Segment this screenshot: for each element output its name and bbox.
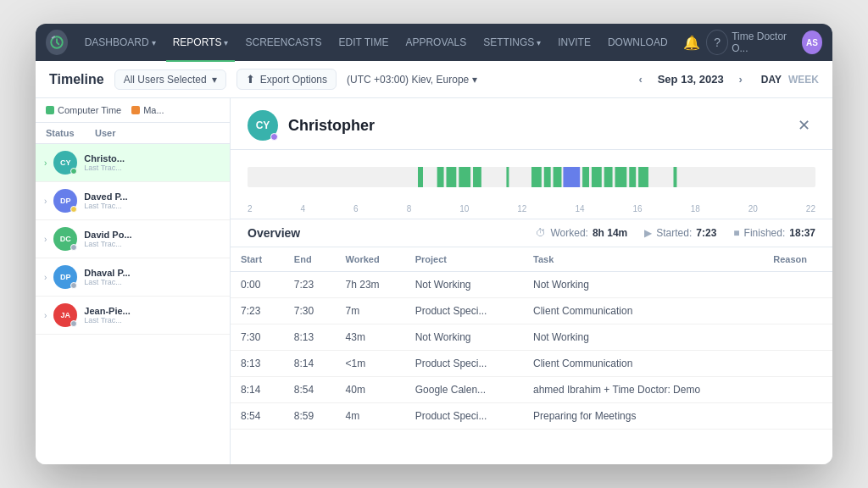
user-info: Dhaval P... Last Trac... (84, 268, 221, 286)
col-worked: Worked (336, 247, 405, 272)
timezone-selector[interactable]: (UTC +03:00) Kiev, Europe ▾ (347, 74, 477, 86)
user-last-tracked: Last Trac... (84, 316, 221, 324)
help-icon[interactable]: ? (706, 30, 728, 55)
nav-dashboard[interactable]: DASHBOARD ▾ (78, 33, 163, 52)
user-name: Christo... (84, 153, 221, 164)
col-reason: Reason (763, 247, 832, 272)
time-entries-table: Start End Worked Project Task Reason 0:0… (231, 247, 832, 464)
avatar: JA (53, 303, 77, 327)
started-stat: ▶ Started: 7:23 (644, 227, 716, 239)
modal-header: CY Christopher ✕ (231, 98, 832, 150)
col-end: End (284, 247, 336, 272)
nav-approvals[interactable]: APPROVALS (398, 33, 473, 52)
user-row[interactable]: › DP Dhaval P... Last Trac... (36, 258, 230, 297)
users-selected-label: All Users Selected (124, 74, 207, 86)
chevron-down-icon: ▾ (152, 38, 156, 47)
chevron-down-icon: ▾ (537, 38, 541, 47)
svg-rect-17 (629, 167, 636, 187)
app-window: DASHBOARD ▾ REPORTS ▾ SCREENCASTS EDIT T… (36, 24, 832, 464)
finished-value: 18:37 (789, 227, 815, 239)
nav-download[interactable]: DOWNLOAD (601, 33, 675, 52)
svg-rect-14 (592, 167, 602, 187)
user-row[interactable]: › JA Jean-Pie... Last Trac... (36, 297, 230, 335)
svg-rect-16 (615, 167, 627, 187)
nav-invite[interactable]: INVITE (551, 33, 598, 52)
export-button[interactable]: ⬆ Export Options (236, 69, 337, 90)
nav-screencasts[interactable]: SCREENCASTS (238, 33, 328, 52)
next-date-button[interactable]: › (731, 69, 751, 90)
user-info: David Po... Last Trac... (84, 230, 221, 248)
col-status: Status (46, 128, 88, 138)
avatar: DP (53, 265, 77, 289)
timezone-label: (UTC +03:00) Kiev, Europe (347, 74, 469, 86)
user-info: Jean-Pie... Last Trac... (84, 306, 221, 324)
legend-dot-orange (131, 106, 140, 114)
avatar: DC (53, 227, 77, 251)
col-start: Start (231, 247, 284, 272)
nav-edit-time[interactable]: EDIT TIME (332, 33, 396, 52)
overview-row: Overview ⏱ Worked: 8h 14m ▶ Started: 7:2… (231, 219, 832, 247)
current-date: Sep 13, 2023 (658, 73, 724, 86)
table-row: 8:548:594mProduct Speci...Preparing for … (231, 403, 832, 430)
svg-rect-11 (554, 167, 562, 187)
status-badge (70, 168, 77, 175)
status-badge (70, 320, 77, 327)
chart-axis: 2 4 6 8 10 12 14 16 18 20 22 (248, 204, 815, 214)
user-last-tracked: Last Trac... (84, 164, 221, 172)
timeline-toolbar: Timeline All Users Selected ▾ ⬆ Export O… (36, 61, 832, 98)
legend-row: Computer Time Ma... (36, 98, 230, 123)
timeline-chart: 2 4 6 8 10 12 14 16 18 20 22 (231, 150, 832, 219)
main-content: Computer Time Ma... Status User › CY (36, 98, 832, 464)
close-icon[interactable]: ✕ (792, 114, 815, 137)
user-info: Christo... Last Trac... (84, 153, 221, 172)
modal-user-name: Christopher (288, 117, 782, 135)
sidebar-table: Computer Time Ma... Status User › CY (36, 98, 231, 464)
avatar[interactable]: AS (802, 30, 822, 54)
user-row[interactable]: › DP Daved P... Last Trac... (36, 182, 230, 220)
nav-settings[interactable]: SETTINGS ▾ (476, 33, 548, 52)
overview-label: Overview (248, 226, 519, 240)
timeline-svg (248, 158, 815, 201)
chevron-down-icon: ▾ (472, 74, 477, 86)
table-row: 0:007:237h 23mNot WorkingNot Working (231, 272, 832, 298)
user-last-tracked: Last Trac... (84, 278, 221, 286)
avatar-badge (270, 133, 278, 141)
status-badge (70, 244, 77, 251)
prev-date-button[interactable]: ‹ (631, 69, 651, 90)
chevron-right-icon: › (44, 235, 47, 244)
worked-stat: ⏱ Worked: 8h 14m (536, 227, 627, 239)
users-selector[interactable]: All Users Selected ▾ (114, 69, 226, 90)
chevron-right-icon: › (44, 311, 47, 320)
table-row: 7:308:1343mNot WorkingNot Working (231, 324, 832, 351)
user-row[interactable]: › CY Christo... Last Trac... (36, 144, 230, 182)
status-badge (70, 282, 77, 289)
play-icon: ▶ (644, 227, 652, 239)
legend-dot-green (46, 106, 54, 114)
user-name: David Po... (84, 230, 221, 240)
chevron-right-icon: › (44, 158, 47, 168)
chevron-down-icon: ▾ (212, 74, 217, 86)
week-button[interactable]: WEEK (788, 74, 819, 86)
avatar: DP (53, 189, 77, 213)
svg-rect-15 (604, 167, 613, 187)
nav-reports[interactable]: REPORTS ▾ (166, 33, 236, 52)
table-header: Status User (36, 123, 230, 144)
table-row: 8:148:5440mGoogle Calen...ahmed Ibrahim … (231, 377, 832, 403)
svg-rect-5 (447, 167, 457, 187)
notification-icon[interactable]: 🔔 (682, 30, 704, 55)
svg-rect-8 (506, 167, 509, 187)
svg-rect-13 (582, 167, 589, 187)
table-row: 7:237:307mProduct Speci...Client Communi… (231, 298, 832, 324)
svg-rect-18 (638, 167, 648, 187)
user-row[interactable]: › DC David Po... Last Trac... (36, 220, 230, 258)
user-last-tracked: Last Trac... (84, 240, 221, 248)
day-button[interactable]: DAY (761, 74, 782, 86)
col-user: User (95, 128, 220, 138)
svg-rect-7 (473, 167, 481, 187)
app-logo[interactable] (46, 30, 68, 55)
page-title: Timeline (49, 72, 104, 87)
clock-icon: ⏱ (536, 227, 546, 239)
avatar: CY (53, 151, 77, 175)
svg-rect-6 (459, 167, 470, 187)
svg-rect-12 (563, 167, 580, 187)
